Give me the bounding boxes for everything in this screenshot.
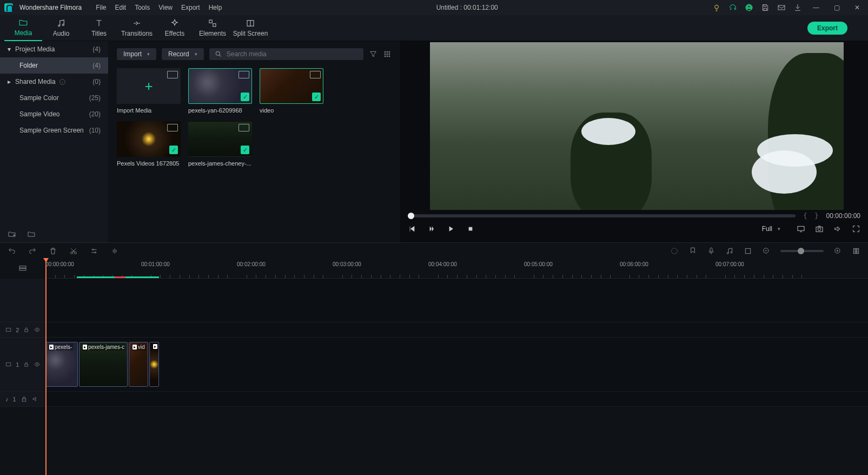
- thumbnail-label: pexels-james-cheney-...: [188, 160, 252, 167]
- preview-viewport[interactable]: [430, 42, 844, 210]
- eye-icon[interactable]: [34, 361, 40, 368]
- close-button[interactable]: ✕: [851, 4, 864, 11]
- export-button[interactable]: Export: [807, 22, 847, 35]
- crop-icon[interactable]: [744, 247, 752, 255]
- info-icon[interactable]: [59, 78, 66, 85]
- save-icon[interactable]: [761, 3, 770, 12]
- marker-icon[interactable]: [688, 247, 697, 255]
- play-button[interactable]: [427, 225, 436, 233]
- tab-effects[interactable]: Effects: [156, 15, 194, 41]
- menu-edit[interactable]: Edit: [115, 4, 127, 11]
- lock-icon[interactable]: [23, 326, 29, 333]
- track-video-1[interactable]: 1 ▸ pexels-▸ pexels-james-c▸ vid▸: [0, 338, 868, 392]
- tab-titles[interactable]: Titles: [80, 15, 118, 41]
- media-thumbnail[interactable]: ✓video: [260, 68, 323, 114]
- zoom-out-icon[interactable]: [762, 247, 771, 255]
- download-icon[interactable]: [793, 3, 802, 12]
- cut-icon[interactable]: [69, 247, 78, 255]
- svg-rect-38: [6, 363, 10, 366]
- timeline-clip[interactable]: ▸ pexels-: [45, 342, 78, 387]
- delete-icon[interactable]: [49, 247, 57, 255]
- zoom-in-icon[interactable]: [833, 247, 842, 255]
- sidebar-item-sample-video[interactable]: Sample Video (20): [0, 106, 108, 122]
- tab-label: Audio: [53, 30, 70, 37]
- render-icon[interactable]: [670, 247, 679, 255]
- import-dropdown[interactable]: Import▾: [117, 48, 156, 60]
- sidebar-item-shared-media[interactable]: ▸ Shared Media (0): [0, 74, 108, 90]
- media-thumbnail[interactable]: ✓pexels-james-cheney-...: [188, 121, 252, 167]
- record-dropdown[interactable]: Record▾: [162, 48, 204, 60]
- redo-icon[interactable]: [28, 247, 37, 255]
- lock-icon[interactable]: [23, 361, 29, 368]
- timeline-ruler[interactable]: 00:00:00:0000:01:00:0000:02:00:0000:03:0…: [45, 259, 868, 279]
- speaker-icon[interactable]: [32, 395, 39, 403]
- tab-audio[interactable]: Audio: [42, 15, 80, 41]
- tab-splitscreen[interactable]: Split Screen: [231, 15, 269, 41]
- undo-icon[interactable]: [8, 247, 16, 255]
- track-audio-1[interactable]: ♪ 1: [0, 392, 868, 407]
- menu-file[interactable]: File: [96, 4, 106, 11]
- search-input[interactable]: [209, 48, 363, 60]
- media-panel: Import▾ Record▾ +Import Media✓pexels-yan…: [108, 41, 400, 242]
- timeline-clip[interactable]: ▸ vid: [129, 342, 148, 387]
- shapes-icon: [208, 18, 217, 28]
- zoom-slider[interactable]: [780, 250, 824, 252]
- fullscreen-icon[interactable]: [852, 225, 860, 233]
- svg-point-8: [216, 51, 220, 55]
- grid-view-icon[interactable]: [383, 50, 392, 58]
- audio-mixer-icon[interactable]: [725, 247, 734, 255]
- playhead[interactable]: [45, 259, 47, 475]
- sidebar-item-project-media[interactable]: ▾ Project Media (4): [0, 41, 108, 57]
- ruler-tick: 00:01:00:00: [141, 261, 170, 267]
- workspace: ▾ Project Media (4) Folder (4) ▸ Shared …: [0, 41, 868, 242]
- play-forward-button[interactable]: [447, 225, 455, 233]
- mark-in-icon[interactable]: {: [803, 212, 807, 220]
- menu-tools[interactable]: Tools: [135, 4, 150, 11]
- adjust-icon[interactable]: [90, 247, 98, 255]
- minimize-button[interactable]: —: [810, 4, 823, 11]
- voiceover-icon[interactable]: [707, 247, 715, 255]
- lock-icon[interactable]: [21, 395, 28, 403]
- svg-point-9: [385, 51, 386, 52]
- track-video-2[interactable]: 2: [0, 322, 868, 338]
- new-folder-icon[interactable]: [8, 230, 16, 239]
- media-thumbnail[interactable]: ✓pexels-yan-6209968: [188, 68, 252, 114]
- fit-icon[interactable]: [852, 247, 860, 255]
- sidebar-label: Folder: [19, 62, 38, 69]
- scrub-bar[interactable]: [408, 214, 796, 217]
- quality-dropdown[interactable]: Full▾: [756, 223, 787, 235]
- timeline-clip[interactable]: ▸ pexels-james-c: [79, 342, 128, 387]
- account-icon[interactable]: [745, 3, 753, 12]
- svg-rect-39: [25, 364, 28, 366]
- stop-button[interactable]: [466, 225, 475, 233]
- sidebar-item-sample-color[interactable]: Sample Color (25): [0, 90, 108, 106]
- headset-icon[interactable]: [728, 3, 737, 12]
- tab-label: Media: [15, 29, 32, 37]
- idea-icon[interactable]: [712, 3, 721, 12]
- tab-transitions[interactable]: Transitions: [118, 15, 156, 41]
- tab-elements[interactable]: Elements: [194, 15, 231, 41]
- svg-point-12: [385, 54, 386, 55]
- maximize-button[interactable]: ▢: [830, 4, 843, 11]
- timeline-clip[interactable]: ▸: [149, 342, 159, 387]
- eye-icon[interactable]: [34, 326, 40, 333]
- folder-icon[interactable]: [27, 230, 36, 239]
- menu-help[interactable]: Help: [209, 4, 222, 11]
- filter-icon[interactable]: [369, 50, 377, 58]
- display-icon[interactable]: [797, 225, 805, 233]
- volume-icon[interactable]: [833, 225, 842, 233]
- tab-media[interactable]: Media: [4, 15, 42, 41]
- import-media-tile[interactable]: +Import Media: [117, 68, 181, 114]
- sidebar-item-folder[interactable]: Folder (4): [0, 57, 108, 74]
- audio-wave-icon[interactable]: [110, 247, 119, 255]
- mail-icon[interactable]: [777, 3, 786, 12]
- media-thumbnail[interactable]: ✓Pexels Videos 1672805: [117, 121, 181, 167]
- svg-rect-4: [209, 20, 212, 23]
- timeline-options-button[interactable]: [0, 259, 45, 279]
- sidebar-item-sample-green[interactable]: Sample Green Screen (10): [0, 122, 108, 138]
- prev-frame-button[interactable]: [408, 225, 416, 233]
- menu-export[interactable]: Export: [181, 4, 200, 11]
- menu-view[interactable]: View: [158, 4, 173, 11]
- snapshot-icon[interactable]: [815, 225, 824, 233]
- mark-out-icon[interactable]: }: [814, 212, 818, 220]
